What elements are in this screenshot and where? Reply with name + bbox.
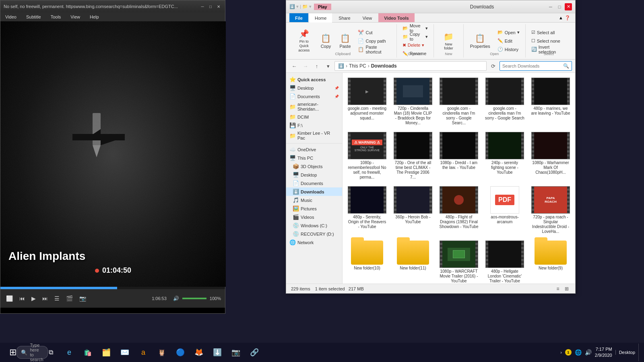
explorer-maximize[interactable]: □: [556, 3, 563, 10]
taskbar-torrent[interactable]: ⬇️: [208, 343, 226, 361]
sidebar-pictures[interactable]: 🖼️ Pictures: [286, 204, 342, 213]
tab-view[interactable]: View: [357, 13, 378, 22]
file-item-11[interactable]: 360p - Heroin Bob - YouTube: [392, 185, 434, 236]
explorer-close[interactable]: ✕: [565, 3, 572, 10]
file-item-18[interactable]: 480p - Hellgate London 'Cinematic' Trail…: [483, 239, 526, 284]
address-path[interactable]: ⬇️ › This PC › Downloads: [334, 61, 487, 71]
tools-menu[interactable]: Tools: [49, 14, 63, 20]
refresh-button[interactable]: ⟳: [488, 61, 498, 71]
taskbar-amazon[interactable]: a: [134, 343, 152, 361]
file-item-9[interactable]: 1080p - Warhammer Mark Of Chaos(1080pH..…: [529, 130, 572, 181]
pin-to-quick-button[interactable]: 📌 Pin to Quick access: [293, 31, 315, 51]
search-box[interactable]: 🔍: [500, 61, 572, 71]
video-menu[interactable]: Video: [4, 14, 18, 20]
file-item-15[interactable]: New folder(10): [346, 239, 388, 284]
tab-home[interactable]: Home: [309, 13, 332, 23]
sidebar-item-f-drive[interactable]: 💾 F:\: [286, 121, 342, 130]
taskbar-camera[interactable]: 📷: [227, 343, 245, 361]
explorer-minimize[interactable]: ─: [547, 3, 554, 10]
task-view-button[interactable]: ⧉: [42, 343, 60, 361]
sidebar-documents2[interactable]: 📄 Documents: [286, 179, 342, 187]
sidebar-this-pc[interactable]: 🖥️ This PC: [286, 154, 342, 162]
sidebar-network[interactable]: 🌐 Network: [286, 238, 342, 247]
file-item-16[interactable]: New folder(11): [392, 239, 434, 284]
sidebar-videos[interactable]: 🎬 Videos: [286, 213, 342, 221]
sidebar-item-dcim[interactable]: 📁 DCIM: [286, 113, 342, 121]
copy-button[interactable]: 📋 Copy: [317, 31, 334, 51]
playlist-button[interactable]: ☰: [53, 294, 61, 302]
sidebar-desktop[interactable]: 🖥️ Desktop: [286, 171, 342, 179]
recent-locations-button[interactable]: ▾: [323, 61, 333, 71]
system-clock[interactable]: 7:17 PM 2/9/2020: [595, 346, 612, 359]
chevron-icon[interactable]: ›: [560, 350, 562, 355]
taskbar-store[interactable]: 🛍️: [79, 343, 97, 361]
play-pause-button[interactable]: ▶: [30, 294, 37, 302]
taskbar-edge[interactable]: e: [60, 343, 78, 361]
explorer-play-tab[interactable]: Play: [314, 4, 331, 10]
show-desktop-button[interactable]: [638, 343, 641, 361]
sidebar-quick-access[interactable]: ⭐ Quick access: [286, 75, 342, 84]
sidebar-item-desktop[interactable]: 🖥️ Desktop 📌: [286, 84, 342, 92]
file-item-19[interactable]: New folder(9): [529, 239, 572, 284]
taskbar-fox[interactable]: 🦊: [190, 343, 208, 361]
file-item-3[interactable]: google.com - cinderella man I'm sorry - …: [483, 76, 526, 127]
help-menu[interactable]: Help: [88, 14, 101, 20]
file-item-2[interactable]: google.com - cinderella man I'm sorry - …: [438, 76, 480, 127]
edit-button[interactable]: ✏️ Edit: [495, 37, 522, 45]
copy-to-button[interactable]: 📁 Copy to ▾: [400, 33, 431, 41]
move-to-button[interactable]: 📂 Move to ▾: [400, 24, 431, 32]
sidebar-item-documents[interactable]: 📄 Documents 📌: [286, 92, 342, 101]
file-item-7[interactable]: 1080p - Dredd - I am the law. - YouTube: [438, 130, 480, 181]
taskbar-app7[interactable]: 🔵: [171, 343, 189, 361]
file-item-14[interactable]: PAPAROACH 720p - papa roach - Singular I…: [529, 185, 572, 236]
file-item-0[interactable]: ▶ google.com - meeting adjourned monster…: [346, 76, 388, 127]
details-view-button[interactable]: ⊞: [563, 285, 570, 292]
subtitle-menu[interactable]: Subtitle: [25, 14, 43, 20]
maximize-button[interactable]: □: [207, 3, 214, 10]
file-item-5[interactable]: ⚠ WARNING ⚠ ONLY THESTRONG SURVIVE 1080p…: [346, 130, 388, 181]
ribbon-help-button[interactable]: ❓: [565, 15, 570, 21]
taskbar-tripadvisor[interactable]: 🦉: [153, 343, 171, 361]
tab-file[interactable]: File: [289, 13, 308, 22]
ribbon-up-button[interactable]: ▲: [559, 15, 563, 20]
tab-video-tools[interactable]: Video Tools: [378, 13, 414, 22]
file-item-10[interactable]: 480p - Serenity, Origin of the Reavers -…: [346, 185, 388, 236]
list-view-button[interactable]: ≡: [554, 285, 561, 292]
sidebar-3d-objects[interactable]: 📦 3D Objects: [286, 162, 342, 171]
back-button[interactable]: ←: [289, 61, 299, 71]
search-input[interactable]: [502, 64, 561, 68]
taskbar-mail[interactable]: ✉️: [116, 343, 134, 361]
desktop-label[interactable]: Desktop: [615, 350, 635, 355]
copy-path-button[interactable]: 📄 Copy path: [355, 37, 393, 45]
taskbar-app11[interactable]: 🔗: [246, 343, 263, 361]
sidebar-downloads[interactable]: ⬇️ Downloads: [286, 187, 342, 196]
forward-button[interactable]: →: [301, 61, 310, 71]
taskbar-explorer[interactable]: 🗂️: [97, 343, 115, 361]
volume-slider[interactable]: [182, 298, 206, 299]
view-menu[interactable]: View: [69, 14, 82, 20]
delete-button[interactable]: ✖ Delete ▾: [400, 41, 431, 49]
sidebar-windows-c[interactable]: 💿 Windows (C:): [286, 221, 342, 230]
frame-back-button[interactable]: ⏮: [18, 294, 27, 302]
file-item-13[interactable]: PDF aos-monstrous-arcanum: [483, 185, 526, 236]
taskbar-search-button[interactable]: 🔍 Type here to search: [23, 343, 41, 361]
network-icon[interactable]: 🌐: [575, 349, 582, 356]
file-item-8[interactable]: 240p - serenity fighting scene - YouTube: [483, 130, 526, 181]
screenshot-button[interactable]: 📷: [78, 294, 88, 302]
up-button[interactable]: ↑: [312, 61, 322, 71]
volume-icon[interactable]: 🔊: [585, 349, 592, 356]
file-item-6[interactable]: 720p - One of the all time best CLIMAX -…: [392, 130, 434, 181]
cut-button[interactable]: ✂️ Cut: [355, 29, 393, 37]
sidebar-recovery-d[interactable]: 💿 RECOVERY (D:): [286, 230, 342, 238]
new-folder-button[interactable]: 📁 New folder: [437, 31, 460, 51]
stop-button[interactable]: ⬜: [4, 294, 14, 302]
paste-button[interactable]: 📋 Paste: [336, 31, 354, 51]
chapter-button[interactable]: 🎬: [64, 294, 74, 302]
tab-share[interactable]: Share: [333, 13, 356, 22]
frame-forward-button[interactable]: ⏭: [41, 294, 50, 302]
properties-button[interactable]: 📋 Properties: [467, 31, 493, 51]
sidebar-onedrive[interactable]: ☁️ OneDrive: [286, 145, 342, 154]
file-item-1[interactable]: 720p - Cinderella Man (18) Movie CLIP - …: [392, 76, 434, 127]
select-all-button[interactable]: ☑ Select all: [529, 29, 569, 37]
progress-container[interactable]: [0, 287, 225, 289]
